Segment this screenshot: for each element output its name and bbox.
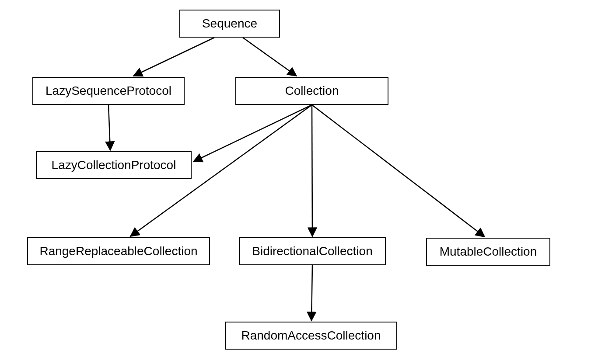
edge-collection-to-bidirectionalcollection xyxy=(312,105,312,236)
edge-lazysequenceprotocol-to-lazycollectionprotocol xyxy=(108,105,110,150)
edge-sequence-to-collection xyxy=(243,38,297,76)
node-label: BidirectionalCollection xyxy=(252,244,372,259)
node-label: MutableCollection xyxy=(440,244,537,259)
edge-collection-to-mutablecollection xyxy=(312,105,485,237)
node-label: LazyCollectionProtocol xyxy=(52,158,176,173)
node-rangereplaceablecollection: RangeReplaceableCollection xyxy=(27,237,210,265)
node-label: LazySequenceProtocol xyxy=(45,83,171,98)
diagram-canvas: Sequence LazySequenceProtocol Collection… xyxy=(0,0,605,364)
node-mutablecollection: MutableCollection xyxy=(426,238,550,266)
edge-sequence-to-lazysequenceprotocol xyxy=(133,38,214,76)
node-label: RandomAccessCollection xyxy=(241,328,381,343)
node-bidirectionalcollection: BidirectionalCollection xyxy=(239,237,386,265)
node-label: Collection xyxy=(285,83,339,98)
node-randomaccesscollection: RandomAccessCollection xyxy=(225,322,397,350)
node-collection: Collection xyxy=(235,77,388,105)
edges-layer xyxy=(0,0,605,364)
node-sequence: Sequence xyxy=(179,10,280,38)
edge-bidirectionalcollection-to-randomaccesscollection xyxy=(311,265,312,321)
node-lazycollectionprotocol: LazyCollectionProtocol xyxy=(36,151,192,179)
edge-collection-to-lazycollectionprotocol xyxy=(193,105,312,162)
node-label: Sequence xyxy=(202,16,257,31)
node-label: RangeReplaceableCollection xyxy=(39,244,197,259)
node-lazysequenceprotocol: LazySequenceProtocol xyxy=(32,77,185,105)
